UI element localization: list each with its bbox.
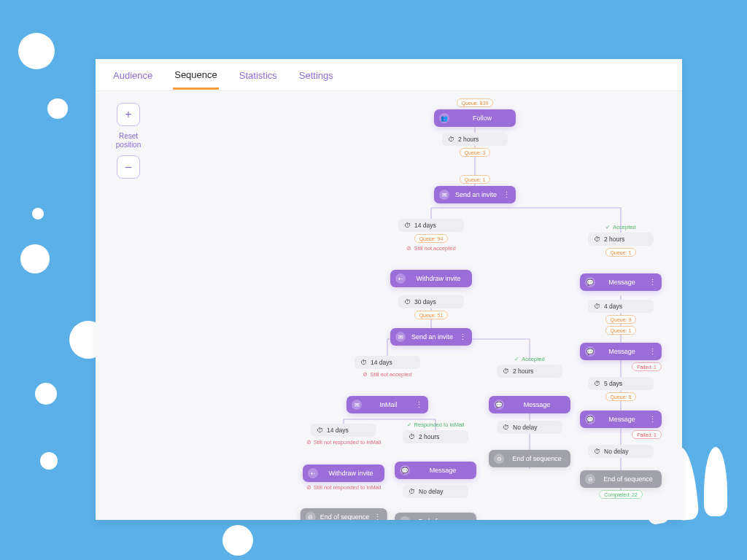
node-end-of-sequence[interactable]: ⊖ End of sequence	[395, 513, 476, 520]
node-inmail[interactable]: ✉ InMail ⋮	[347, 396, 428, 413]
action-label: Message	[600, 416, 644, 423]
bg-circle	[40, 452, 58, 470]
node-message[interactable]: 💬 Message ⋮ Failed: 1	[580, 343, 662, 371]
bg-circle	[35, 383, 57, 405]
delay-label: 4 days	[604, 303, 622, 310]
delay-label: 5 days	[604, 380, 622, 387]
tab-bar: Audience Sequence Statistics Settings	[96, 59, 682, 91]
queue-badge: Queue: 1	[460, 175, 491, 184]
action-label: Withdraw invite	[410, 275, 467, 282]
bg-circle	[20, 244, 50, 273]
condition-label: ✓Responded to InMail	[407, 421, 465, 428]
delay-node: ⏱ 14 days ⊘Still not responded to InMail	[306, 424, 382, 446]
message-icon: 💬	[400, 465, 410, 475]
delay-node: ⏱ 14 days Queue: 94 ⊘Still not accepted	[398, 219, 464, 252]
branch-responded: ✓Responded to InMail ⏱ 2 hours	[403, 421, 468, 443]
clock-icon: ⏱	[360, 359, 367, 366]
more-icon[interactable]: ⋮	[374, 513, 382, 521]
withdraw-icon: ⇠	[395, 273, 406, 284]
condition-label: ⊘Still not responded to InMail	[306, 484, 382, 491]
follow-icon: 👥	[439, 113, 449, 123]
node-send-invite[interactable]: ✉ Send an invite ⋮	[390, 328, 472, 346]
delay-label: No delay	[604, 448, 629, 455]
end-icon: ⊖	[585, 474, 595, 484]
delay-label: 14 days	[414, 222, 436, 229]
delay-node: ⏱ 5 days Queue: 8	[588, 377, 654, 401]
condition-label: ⊘Still not responded to InMail	[306, 439, 382, 446]
more-icon[interactable]: ⋮	[503, 190, 511, 200]
more-icon[interactable]: ⋮	[649, 278, 657, 287]
action-label: Message	[600, 348, 644, 355]
delay-node: ⏱ 2 hours Queue: 3	[442, 133, 508, 157]
delay-label: 30 days	[414, 298, 436, 306]
more-icon[interactable]: ⋮	[459, 332, 467, 342]
withdraw-icon: ⇠	[308, 468, 318, 478]
queue-badge: Queue: 3	[460, 148, 491, 157]
failed-badge: Failed: 1	[632, 362, 662, 371]
end-icon: ⊖	[494, 454, 504, 464]
clock-icon: ⏱	[404, 298, 411, 306]
node-message[interactable]: 💬 Message ⋮	[580, 273, 662, 291]
action-label: End of sequence	[600, 475, 657, 483]
tab-audience[interactable]: Audience	[112, 61, 154, 88]
node-end-of-sequence[interactable]: ⊖ End of sequence	[489, 450, 570, 467]
delay-node: ⏱ 14 days ⊘Still not accepted	[355, 356, 420, 378]
clock-icon: ⏱	[448, 136, 454, 143]
delay-node: ⏱ No delay	[403, 485, 468, 498]
node-message[interactable]: 💬 Message	[489, 396, 570, 413]
node-follow[interactable]: Queue: 839 👥 Follow	[434, 98, 516, 127]
delay-label: 14 days	[327, 427, 349, 434]
node-message[interactable]: 💬 Message	[395, 462, 476, 479]
reject-icon: ⊘	[406, 245, 411, 252]
delay-node: ⏱ 30 days Queue: 51	[398, 295, 464, 319]
queue-badge: Queue: 839	[457, 98, 494, 107]
node-send-invite[interactable]: Queue: 1 ✉ Send an invite ⋮	[434, 175, 516, 203]
tab-statistics[interactable]: Statistics	[238, 61, 279, 88]
queue-badge: Queue: 51	[414, 311, 449, 319]
end-icon: ⊖	[306, 512, 316, 520]
clock-icon: ⏱	[594, 236, 600, 243]
tab-settings[interactable]: Settings	[298, 61, 335, 88]
queue-badge: Queue: 94	[414, 234, 449, 243]
completed-badge: Completed: 22	[599, 490, 643, 499]
message-icon: 💬	[585, 414, 595, 424]
node-message[interactable]: 💬 Message ⋮ Failed: 1	[580, 411, 662, 439]
clock-icon: ⏱	[317, 427, 323, 434]
node-withdraw-invite[interactable]: ⇠ Withdraw invite ⊘Still not responded t…	[303, 464, 384, 491]
reject-icon: ⊘	[306, 439, 311, 446]
queue-badge: Queue: 9	[605, 315, 637, 324]
node-withdraw-invite[interactable]: ⇠ Withdraw invite	[390, 270, 472, 287]
check-icon: ✓	[407, 421, 412, 428]
condition-label: ⊘Still not accepted	[406, 245, 455, 252]
message-icon: 💬	[585, 277, 595, 287]
message-icon: 💬	[585, 346, 595, 357]
tab-sequence[interactable]: Sequence	[173, 61, 219, 90]
message-icon: 💬	[494, 400, 504, 410]
more-icon[interactable]: ⋮	[415, 400, 423, 410]
invite-icon: ✉	[439, 190, 449, 200]
node-end-of-sequence[interactable]: ⊖ End of sequence ⋮ Well isn't requested	[301, 508, 387, 520]
condition-label: ⊘Still not accepted	[363, 371, 411, 378]
action-label: Send an invite	[454, 191, 498, 198]
condition-label: ✓Accepted	[514, 356, 544, 362]
action-label: End of sequence	[320, 513, 370, 520]
bg-circle	[222, 525, 253, 556]
delay-label: 2 hours	[458, 136, 479, 143]
delay-label: 2 hours	[604, 236, 624, 243]
clock-icon: ⏱	[594, 303, 600, 310]
more-icon[interactable]: ⋮	[649, 347, 657, 357]
action-label: Message	[414, 467, 471, 474]
delay-node: ⏱ No delay	[588, 445, 654, 458]
reject-icon: ⊘	[363, 371, 368, 378]
reject-icon: ⊘	[306, 484, 311, 491]
check-icon: ✓	[605, 224, 611, 230]
condition-label: ✓Accepted	[605, 224, 635, 230]
end-icon: ⊖	[400, 516, 410, 520]
bg-circle	[47, 98, 68, 119]
invite-icon: ✉	[395, 332, 406, 342]
delay-label: 14 days	[371, 359, 392, 366]
more-icon[interactable]: ⋮	[649, 415, 657, 424]
sequence-canvas[interactable]: Queue: 839 👥 Follow ⏱ 2 hours Queue: 3 Q…	[96, 91, 682, 520]
action-label: End of sequence	[508, 455, 565, 462]
node-end-of-sequence[interactable]: ⊖ End of sequence Completed: 22	[580, 470, 662, 499]
